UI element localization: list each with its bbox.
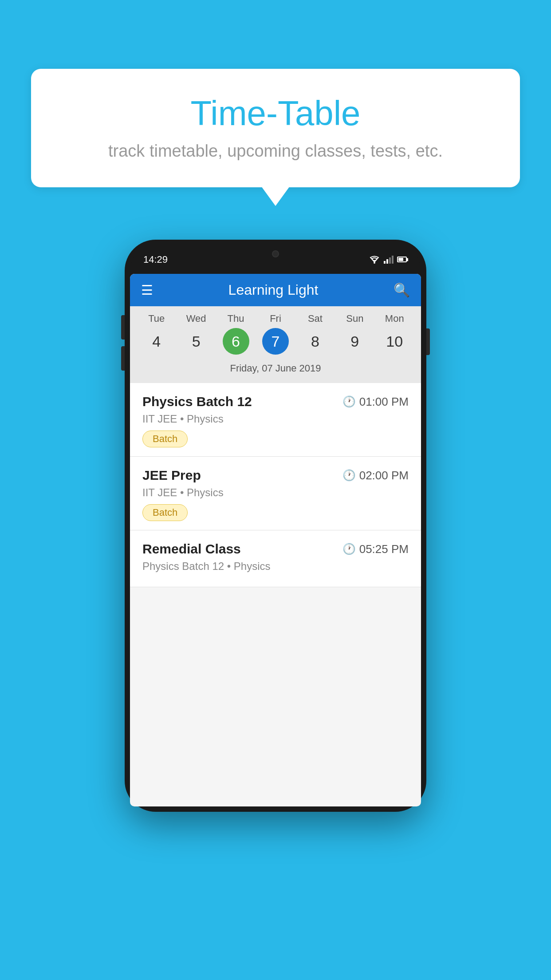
time-text: 02:00 PM [359,469,409,482]
app-header: ☰ Learning Light 🔍 [130,274,421,306]
hamburger-menu-icon[interactable]: ☰ [141,284,153,297]
notch [238,245,313,263]
status-time: 14:29 [143,254,168,265]
day-number[interactable]: 9 [342,328,368,355]
day-name: Mon [385,313,404,324]
day-col[interactable]: Thu6 [219,313,252,355]
speech-bubble-container: Time-Table track timetable, upcoming cla… [31,69,520,187]
time-text: 01:00 PM [359,395,409,409]
camera [272,250,279,257]
phone-screen: ☰ Learning Light 🔍 Tue4Wed5Thu6Fri7Sat8S… [130,274,421,806]
time-text: 05:25 PM [359,542,409,556]
schedule-time: 🕐01:00 PM [342,395,409,409]
day-number[interactable]: 7 [262,328,289,355]
day-number[interactable]: 5 [183,328,209,355]
day-name: Thu [228,313,244,324]
day-number[interactable]: 8 [302,328,328,355]
day-name: Sat [308,313,323,324]
signal-icon [384,256,394,264]
schedule-time: 🕐05:25 PM [342,542,409,556]
clock-icon: 🕐 [342,395,356,408]
clock-icon: 🕐 [342,543,356,555]
wifi-icon [369,256,380,264]
schedule-item[interactable]: JEE Prep🕐02:00 PMIIT JEE • PhysicsBatch [130,457,421,530]
search-icon[interactable]: 🔍 [394,282,410,298]
status-icons [369,256,408,264]
schedule-header: Remedial Class🕐05:25 PM [142,541,409,557]
day-col[interactable]: Mon10 [378,313,411,355]
day-col[interactable]: Fri7 [259,313,292,355]
day-name: Tue [148,313,165,324]
day-number[interactable]: 6 [223,328,249,355]
svg-point-0 [374,262,375,264]
schedule-header: JEE Prep🕐02:00 PM [142,468,409,483]
schedule-name: Remedial Class [142,541,241,557]
speech-bubble: Time-Table track timetable, upcoming cla… [31,69,520,187]
selected-date-label: Friday, 07 June 2019 [130,359,421,379]
schedule-detail: IIT JEE • Physics [142,413,409,425]
day-number[interactable]: 10 [381,328,408,355]
volume-down-button [121,346,125,371]
volume-up-button [121,315,125,340]
day-col[interactable]: Sat8 [299,313,332,355]
bubble-title: Time-Table [58,93,493,134]
day-name: Wed [186,313,206,324]
clock-icon: 🕐 [342,469,356,482]
power-button [426,328,430,355]
day-col[interactable]: Tue4 [140,313,173,355]
app-title: Learning Light [153,282,394,298]
schedule-item[interactable]: Physics Batch 12🕐01:00 PMIIT JEE • Physi… [130,383,421,457]
schedule-header: Physics Batch 12🕐01:00 PM [142,394,409,409]
schedule-name: JEE Prep [142,468,201,483]
day-col[interactable]: Sun9 [338,313,371,355]
phone-mockup: 14:29 [125,240,426,812]
bubble-subtitle: track timetable, upcoming classes, tests… [58,142,493,161]
phone-frame: 14:29 [125,240,426,812]
day-col[interactable]: Wed5 [180,313,213,355]
schedule-name: Physics Batch 12 [142,394,252,409]
batch-badge: Batch [142,431,188,447]
schedule-container: Physics Batch 12🕐01:00 PMIIT JEE • Physi… [130,383,421,587]
schedule-item[interactable]: Remedial Class🕐05:25 PMPhysics Batch 12 … [130,530,421,587]
days-row: Tue4Wed5Thu6Fri7Sat8Sun9Mon10 [130,313,421,355]
status-bar: 14:29 [130,245,421,274]
day-number[interactable]: 4 [143,328,170,355]
schedule-time: 🕐02:00 PM [342,469,409,482]
calendar-strip: Tue4Wed5Thu6Fri7Sat8Sun9Mon10 Friday, 07… [130,306,421,383]
schedule-detail: Physics Batch 12 • Physics [142,560,409,573]
day-name: Fri [270,313,281,324]
day-name: Sun [346,313,363,324]
batch-badge: Batch [142,504,188,521]
battery-icon [397,257,408,262]
schedule-detail: IIT JEE • Physics [142,486,409,499]
